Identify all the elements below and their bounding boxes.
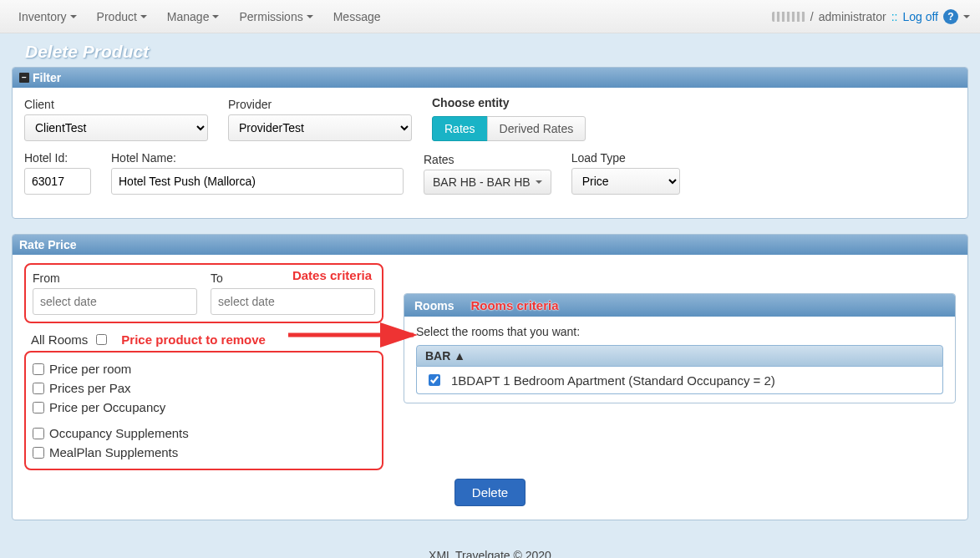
nav-manage-label: Manage	[167, 10, 210, 23]
all-rooms-checkbox[interactable]	[96, 334, 107, 345]
rate-price-panel: Rate Price Dates criteria From To	[12, 234, 968, 520]
price-per-room-label: Price per room	[49, 362, 131, 376]
occupancy-supplements-checkbox[interactable]	[33, 428, 44, 439]
from-date-input[interactable]	[33, 288, 197, 315]
price-per-occupancy-row[interactable]: Price per Occupancy	[33, 398, 375, 417]
client-label: Client	[24, 98, 208, 111]
user-role: administrator	[819, 10, 886, 23]
to-date-input[interactable]	[211, 288, 375, 315]
nav-right: / administrator :: Log off ?	[772, 9, 970, 24]
hotel-name-label: Hotel Name:	[111, 151, 404, 165]
rate-price-header: Rate Price	[13, 235, 967, 255]
room-item-row[interactable]: 1BDAPT 1 Bedroom Apartment (Standard Occ…	[416, 367, 943, 394]
room-item-label: 1BDAPT 1 Bedroom Apartment (Standard Occ…	[451, 373, 775, 388]
page-body: Delete Product − Filter Client ClientTes…	[0, 33, 980, 558]
price-per-room-checkbox[interactable]	[33, 363, 44, 375]
prices-per-pax-row[interactable]: Prices per Pax	[33, 378, 375, 398]
footer-text: XML Travelgate © 2020	[0, 535, 980, 558]
price-per-room-row[interactable]: Price per room	[33, 359, 375, 378]
right-column: Rooms Rooms criteria Select the rooms th…	[404, 263, 956, 470]
nav-product[interactable]: Product	[89, 3, 155, 30]
top-nav: Inventory Product Manage Permissions Mes…	[0, 0, 980, 33]
nav-inventory[interactable]: Inventory	[10, 3, 85, 30]
rooms-annotation: Rooms criteria	[470, 298, 558, 312]
nav-product-label: Product	[97, 10, 137, 23]
user-name-obscured	[772, 12, 805, 22]
provider-label: Provider	[228, 98, 412, 111]
rates-dropdown[interactable]: BAR HB - BAR HB	[424, 170, 551, 195]
all-rooms-label: All Rooms	[31, 332, 88, 347]
entity-rates-button[interactable]: Rates	[432, 116, 488, 141]
rates-label: Rates	[424, 153, 551, 166]
choose-entity-label: Choose entity	[432, 96, 586, 109]
filter-panel-header[interactable]: − Filter	[13, 68, 967, 88]
nav-manage[interactable]: Manage	[159, 3, 228, 30]
entity-derived-button[interactable]: Derived Rates	[487, 116, 586, 141]
client-select[interactable]: ClientTest	[24, 114, 208, 141]
dates-criteria-box: Dates criteria From To	[24, 263, 383, 323]
from-label: From	[33, 271, 197, 285]
load-type-label: Load Type	[571, 151, 680, 165]
nav-permissions[interactable]: Permissions	[231, 3, 321, 30]
price-product-box: Price per room Prices per Pax Price per …	[24, 351, 383, 470]
mealplan-supplements-label: MealPlan Supplements	[49, 445, 178, 459]
dates-annotation: Dates criteria	[292, 268, 372, 282]
room-item-checkbox[interactable]	[429, 374, 440, 386]
nav-inventory-label: Inventory	[18, 10, 67, 23]
caret-icon	[70, 15, 77, 18]
delete-button[interactable]: Delete	[454, 479, 526, 506]
caret-icon	[307, 15, 313, 18]
provider-select[interactable]: ProviderTest	[228, 114, 412, 141]
all-rooms-row: All Rooms Price product to remove	[24, 332, 383, 351]
hotel-id-label: Hotel Id:	[24, 151, 91, 165]
rooms-box-header: Rooms Rooms criteria	[404, 294, 955, 317]
load-type-select[interactable]: Price	[571, 168, 680, 195]
nav-message[interactable]: Message	[325, 3, 389, 30]
nav-permissions-label: Permissions	[239, 10, 302, 23]
mealplan-supplements-checkbox[interactable]	[33, 447, 44, 459]
filter-panel-body: Client ClientTest Provider ProviderTest …	[13, 88, 967, 218]
left-column: Dates criteria From To	[24, 263, 383, 470]
hotel-id-input[interactable]	[24, 168, 91, 195]
rates-value: BAR HB - BAR HB	[433, 175, 531, 189]
hotel-name-input[interactable]	[111, 168, 404, 195]
caret-icon	[212, 15, 219, 18]
caret-icon	[963, 15, 970, 18]
price-product-annotation: Price product to remove	[121, 332, 266, 347]
price-per-occupancy-checkbox[interactable]	[33, 402, 44, 413]
nav-message-label: Message	[333, 10, 381, 23]
rooms-box: Rooms Rooms criteria Select the rooms th…	[404, 293, 956, 403]
occupancy-supplements-row[interactable]: Occupancy Supplements	[33, 424, 375, 443]
page-title: Delete Product	[0, 33, 980, 67]
collapse-icon[interactable]: −	[19, 73, 29, 83]
rate-price-body: Dates criteria From To	[13, 255, 967, 520]
price-per-occupancy-label: Price per Occupancy	[49, 400, 165, 414]
room-category-header[interactable]: BAR ▲	[416, 345, 943, 367]
entity-toggle: Rates Derived Rates	[432, 116, 586, 141]
rooms-instruction: Select the rooms that you want:	[416, 325, 943, 338]
prices-per-pax-label: Prices per Pax	[49, 381, 131, 395]
help-icon[interactable]: ?	[943, 9, 958, 24]
filter-title: Filter	[33, 71, 61, 84]
mealplan-supplements-row[interactable]: MealPlan Supplements	[33, 443, 375, 462]
separator-dots: ::	[891, 10, 898, 23]
nav-left: Inventory Product Manage Permissions Mes…	[10, 3, 389, 30]
logoff-link[interactable]: Log off	[902, 10, 938, 23]
filter-panel: − Filter Client ClientTest Provider Prov…	[12, 67, 968, 219]
occupancy-supplements-label: Occupancy Supplements	[49, 426, 189, 440]
prices-per-pax-checkbox[interactable]	[33, 383, 44, 394]
rooms-title: Rooms	[414, 299, 454, 312]
user-separator: /	[810, 10, 814, 23]
caret-icon	[140, 15, 147, 18]
caret-icon	[536, 180, 542, 184]
rate-price-title: Rate Price	[19, 238, 76, 251]
